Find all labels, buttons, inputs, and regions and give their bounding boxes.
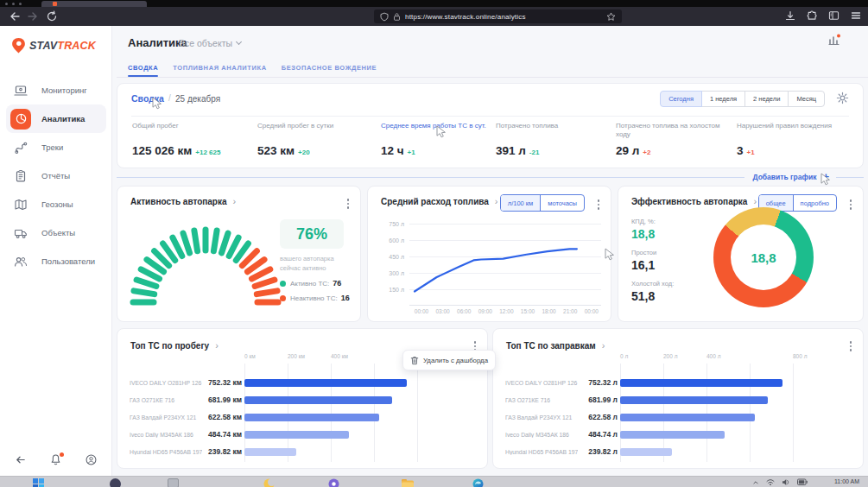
y-tick-label: 600 л xyxy=(389,237,404,244)
sidebar-item-reports[interactable]: Отчёты xyxy=(6,161,106,190)
tracking-protection-icon[interactable] xyxy=(380,12,389,22)
tab-safe-driving[interactable]: БЕЗОПАСНОЕ ВОЖДЕНИЕ xyxy=(282,59,377,77)
range-1week-button[interactable]: 1 неделя xyxy=(701,91,745,107)
logo-pin-icon xyxy=(10,37,27,54)
app-logo[interactable]: STAVTRACK xyxy=(10,37,96,54)
forward-button[interactable] xyxy=(27,10,39,22)
top-mileage-card: Топ ТС по пробегу› 0 км200 км400 км IVEC… xyxy=(117,328,488,469)
sidebar-item-geozones[interactable]: Геозоны xyxy=(6,190,106,218)
taskbar-app-window-icon[interactable] xyxy=(168,478,179,487)
dashboard-alerts-icon[interactable] xyxy=(827,33,841,47)
card-title[interactable]: Эффективность автопарка xyxy=(631,197,747,206)
back-button[interactable] xyxy=(9,10,21,22)
settings-gear-icon[interactable] xyxy=(836,92,849,104)
browser-tab[interactable] xyxy=(41,1,147,7)
tab-fuel-analytics[interactable]: ТОПЛИВНАЯ АНАЛИТИКА xyxy=(173,59,266,77)
legend-dot-active xyxy=(280,281,286,287)
axis-tick-label: 800 л xyxy=(793,353,807,359)
card-title[interactable]: Топ ТС по заправкам xyxy=(506,341,596,351)
extensions-icon[interactable] xyxy=(807,10,817,21)
taskbar-clock[interactable]: 11:00 AM xyxy=(834,478,859,484)
card-title[interactable]: Активность автопарка xyxy=(130,197,227,206)
metric-delta: +1 xyxy=(747,149,755,156)
objects-filter-dropdown[interactable]: Все объекты xyxy=(179,38,241,48)
vehicle-value: 484.74 км xyxy=(202,430,242,439)
windows-start-button[interactable] xyxy=(33,478,44,487)
mileage-bar xyxy=(244,396,392,404)
downloads-icon[interactable] xyxy=(785,10,795,21)
card-title[interactable]: Топ ТС по пробегу xyxy=(130,341,209,351)
chevron-right-icon: › xyxy=(753,196,757,206)
card-menu-button[interactable] xyxy=(345,197,352,211)
range-2weeks-button[interactable]: 2 недели xyxy=(744,91,789,107)
metric-delta: +1 xyxy=(408,149,415,156)
vehicle-value: 239.82 л xyxy=(578,447,618,456)
range-today-button[interactable]: Сегодня xyxy=(660,91,702,107)
wifi-icon[interactable] xyxy=(766,478,775,486)
lock-icon[interactable] xyxy=(393,12,401,22)
add-chart-link[interactable]: Добавить график xyxy=(753,173,817,181)
tray-chevron-up-icon[interactable] xyxy=(752,479,759,486)
collapse-sidebar-button[interactable] xyxy=(14,453,28,467)
toggle-engine-hours[interactable]: моточасы xyxy=(540,195,584,211)
fuel-line-chart xyxy=(409,224,601,306)
taskbar-search-icon[interactable] xyxy=(110,478,121,487)
table-row: ГАЗ О271КЕ 716681.99 л xyxy=(505,391,852,408)
range-month-button[interactable]: Месяц xyxy=(788,91,825,107)
summary-card: Сводка / 25 декабря Сегодня 1 неделя 2 н… xyxy=(117,83,864,168)
summary-separator: / xyxy=(168,93,171,103)
legend-value: 76 xyxy=(333,279,341,288)
refuel-bar xyxy=(620,448,672,456)
volume-icon[interactable] xyxy=(782,478,790,486)
vehicle-name: Hyundai HD65 Р456АВ 197 xyxy=(505,449,578,455)
x-tick-label: 12:00 xyxy=(499,308,513,314)
taskbar-edge-browser-icon[interactable] xyxy=(472,478,484,487)
taskbar-crescent-app-icon[interactable] xyxy=(263,478,275,487)
divider-line xyxy=(117,177,744,178)
vehicle-name: Hyundai HD65 Р456АВ 197 xyxy=(130,449,202,455)
stat-value: 18,8 xyxy=(631,227,674,241)
vehicle-name: IVECO DAILY О281НР 126 xyxy=(505,380,578,386)
taskbar-file-explorer-icon[interactable] xyxy=(402,478,414,487)
sidebar-panel-icon[interactable] xyxy=(828,10,839,21)
metric-delta: +2 xyxy=(643,149,650,156)
refuel-bar xyxy=(620,431,725,439)
summary-title-link[interactable]: Сводка xyxy=(131,93,164,104)
legend-value: 16 xyxy=(341,294,350,302)
menu-icon[interactable] xyxy=(851,10,861,21)
sidebar-item-objects[interactable]: Объекты xyxy=(6,218,106,247)
sidebar-item-tracks[interactable]: Треки xyxy=(6,133,106,161)
add-chart-plus-button[interactable]: + xyxy=(822,173,829,181)
remove-from-dashboard-item[interactable]: Удалить с дашборда xyxy=(423,357,488,364)
favicon xyxy=(53,2,57,6)
sidebar-item-monitoring[interactable]: Мониторинг xyxy=(6,76,106,104)
logo-text-stav: STAV xyxy=(29,40,57,52)
card-menu-button[interactable] xyxy=(596,198,602,212)
url-text[interactable]: https://www.stavtrack.online/analytics xyxy=(405,13,602,21)
gauge-segment xyxy=(229,237,238,256)
refresh-button[interactable] xyxy=(46,10,58,22)
table-row: Hyundai HD65 Р456АВ 197239.82 км xyxy=(130,443,477,460)
sidebar-item-users[interactable]: Пользователи xyxy=(6,247,106,275)
legend-label: Неактивно ТС: xyxy=(290,294,338,302)
battery-icon[interactable] xyxy=(797,478,808,486)
chevron-right-icon: › xyxy=(215,340,219,351)
tab-summary[interactable]: СВОДКА xyxy=(128,59,158,77)
notifications-bell-icon[interactable] xyxy=(49,453,63,467)
vehicle-name: ГАЗ Валдай Р234УХ 121 xyxy=(130,414,202,421)
card-menu-button[interactable] xyxy=(848,339,854,353)
taskbar-purple-app-icon[interactable] xyxy=(328,478,339,487)
stat-label: КПД, %: xyxy=(631,218,674,225)
address-bar[interactable]: https://www.stavtrack.online/analytics xyxy=(374,9,622,23)
metric-value: 523 км xyxy=(257,144,295,157)
chevron-right-icon: › xyxy=(602,340,605,351)
sidebar-item-analytics[interactable]: Аналитика xyxy=(6,104,106,133)
table-row: Hyundai HD65 Р456АВ 197239.82 л xyxy=(505,443,852,460)
bookmark-star-icon[interactable] xyxy=(606,12,616,22)
card-menu-button[interactable] xyxy=(848,198,854,212)
card-title[interactable]: Средний расход топлива xyxy=(381,197,489,206)
window-controls[interactable] xyxy=(5,3,22,5)
toggle-l-per-100km[interactable]: л/100 км xyxy=(501,195,541,211)
objects-icon xyxy=(10,223,31,244)
profile-icon[interactable] xyxy=(85,453,98,467)
